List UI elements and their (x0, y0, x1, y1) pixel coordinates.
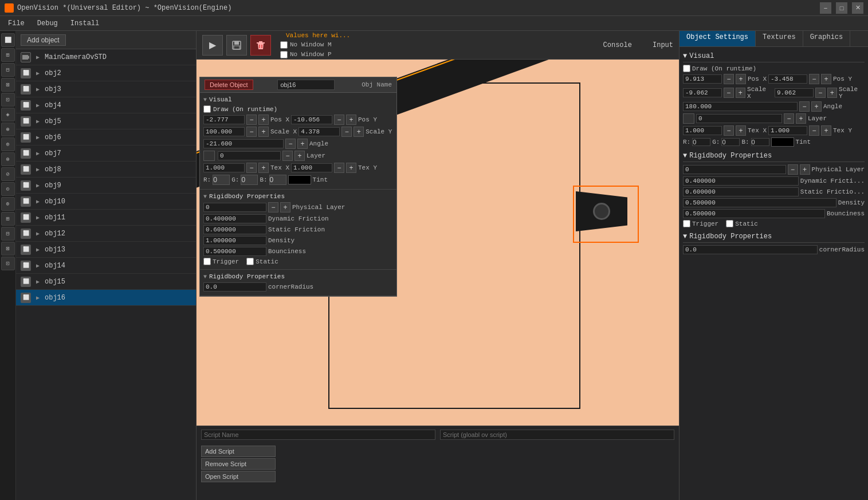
stat-friction-input[interactable] (203, 225, 266, 234)
r-scale-y-input[interactable] (775, 88, 814, 97)
phys-layer-minus[interactable]: − (268, 202, 278, 212)
phys-layer-input[interactable] (203, 203, 266, 212)
r-scale-y-plus[interactable]: + (827, 88, 838, 98)
object-item-main-camera[interactable]: ▶ MainCameraOvSTD (16, 49, 196, 65)
add-script-button[interactable]: Add Script (201, 446, 276, 457)
r-layer-input[interactable] (696, 114, 782, 123)
icon-strip-item-6[interactable]: ◈ (1, 108, 15, 121)
icon-strip-item-1[interactable]: ⬜ (1, 33, 15, 47)
rigidbody-section-title[interactable]: ▼ Rigidbody Properties (203, 192, 393, 202)
script-name-input[interactable] (201, 430, 435, 440)
object-item-obj9[interactable]: ⬜ ▶ obj9 (16, 178, 196, 194)
object-item-obj6[interactable]: ⬜ ▶ obj6 (16, 129, 196, 145)
object-item-obj14[interactable]: ⬜ ▶ obj14 (16, 258, 196, 274)
scale-x-minus[interactable]: − (246, 127, 257, 137)
object-item-obj4[interactable]: ⬜ ▶ obj4 (16, 97, 196, 113)
visual-section-title[interactable]: ▼ Visual (203, 95, 393, 105)
trigger-checkbox[interactable] (203, 258, 211, 265)
object-item-obj10[interactable]: ⬜ ▶ obj10 (16, 194, 196, 210)
tex-x-minus[interactable]: − (246, 163, 257, 173)
angle-minus[interactable]: − (285, 139, 296, 149)
r-pos-x-input[interactable] (683, 74, 722, 84)
object-item-obj7[interactable]: ⬜ ▶ obj7 (16, 145, 196, 162)
tab-object-settings[interactable]: Object Settings (680, 31, 756, 46)
no-window-m-checkbox[interactable] (280, 41, 288, 49)
icon-strip-item-14[interactable]: ⊟ (1, 227, 15, 241)
r-tex-y-input[interactable] (768, 126, 807, 135)
icon-strip-item-5[interactable]: ⊡ (1, 93, 15, 107)
scale-y-input[interactable] (299, 127, 340, 136)
object-item-obj13[interactable]: ⬜ ▶ obj13 (16, 242, 196, 258)
object-item-obj11[interactable]: ⬜ ▶ obj11 (16, 210, 196, 226)
static-checkbox[interactable] (246, 258, 254, 265)
layer-plus[interactable]: + (294, 151, 305, 161)
icon-strip-item-9[interactable]: ⊗ (1, 152, 15, 166)
scale-y-minus[interactable]: − (341, 127, 352, 137)
r-corner-radius-input[interactable] (683, 245, 818, 254)
density-input[interactable] (203, 236, 266, 245)
corner-radius-input[interactable] (203, 282, 266, 292)
r-scale-x-minus[interactable]: − (724, 88, 734, 98)
r-static-checkbox[interactable] (726, 220, 733, 227)
icon-strip-item-4[interactable]: ⊠ (1, 78, 15, 92)
r-color-swatch[interactable] (771, 137, 794, 147)
icon-strip-item-16[interactable]: ⊡ (1, 257, 15, 270)
r-tex-x-plus[interactable]: + (736, 125, 746, 136)
object-item-obj12[interactable]: ⬜ ▶ obj12 (16, 226, 196, 242)
draw-runtime-checkbox[interactable] (203, 105, 211, 113)
rigidbody2-section-title[interactable]: ▼ Rigidbody Properties (203, 272, 393, 282)
r-tex-y-plus[interactable]: + (821, 125, 831, 136)
bounciness-input[interactable] (203, 247, 266, 256)
r-angle-input[interactable] (683, 102, 798, 111)
layer-input[interactable] (218, 151, 281, 160)
r-stat-friction-input[interactable] (683, 187, 799, 196)
tab-graphics[interactable]: Graphics (803, 31, 851, 46)
r-tex-y-minus[interactable]: − (809, 125, 819, 136)
play-button[interactable]: ▶ (202, 35, 223, 56)
pos-x-input[interactable] (203, 115, 245, 124)
r-trigger-checkbox[interactable] (683, 220, 690, 227)
scale-x-input[interactable] (203, 127, 245, 136)
icon-strip-item-8[interactable]: ⊕ (1, 137, 15, 151)
save-button[interactable] (226, 35, 247, 56)
r-rigidbody2-title[interactable]: ▼ Rigidbody Properties (683, 231, 865, 243)
r-scale-x-plus[interactable]: + (736, 88, 746, 98)
pos-y-input[interactable] (291, 115, 332, 124)
scale-y-plus[interactable]: + (354, 127, 364, 137)
object-item-obj3[interactable]: ⬜ ▶ obj3 (16, 81, 196, 97)
icon-strip-item-3[interactable]: ⊟ (1, 63, 15, 77)
pos-y-plus[interactable]: + (346, 115, 356, 125)
layer-minus[interactable]: − (282, 151, 293, 161)
tex-x-input[interactable] (203, 163, 245, 172)
r-phys-layer-plus[interactable]: + (800, 164, 810, 175)
r-density-input[interactable] (683, 198, 836, 207)
tex-y-input[interactable] (291, 163, 332, 172)
r-scale-y-minus[interactable]: − (815, 88, 826, 98)
r-pos-y-input[interactable] (768, 74, 807, 84)
scale-x-plus[interactable]: + (258, 127, 269, 137)
angle-plus[interactable]: + (297, 139, 308, 149)
pos-x-plus[interactable]: + (258, 115, 269, 125)
color-swatch[interactable] (288, 175, 311, 184)
remove-script-button[interactable]: Remove Script (201, 458, 276, 470)
icon-strip-item-12[interactable]: ⊚ (1, 197, 15, 211)
no-window-p-checkbox[interactable] (280, 51, 288, 58)
pos-y-minus[interactable]: − (334, 115, 344, 125)
icon-strip-item-15[interactable]: ⊠ (1, 242, 15, 255)
maximize-button[interactable]: □ (836, 2, 847, 14)
r-pos-y-plus[interactable]: + (821, 74, 831, 84)
icon-strip-item-11[interactable]: ⊙ (1, 182, 15, 196)
r-angle-minus[interactable]: − (799, 101, 810, 112)
object-item-obj2[interactable]: ⬜ ▶ obj2 (16, 65, 196, 81)
angle-input[interactable] (203, 139, 284, 148)
add-object-button[interactable]: Add object (21, 34, 66, 46)
r-input[interactable] (213, 175, 230, 185)
delete-button[interactable] (250, 35, 271, 56)
b-input[interactable] (269, 175, 286, 185)
script-global-input[interactable] (440, 430, 674, 440)
r-tex-x-input[interactable] (683, 126, 722, 135)
close-button[interactable]: ✕ (852, 2, 863, 14)
r-phys-layer-input[interactable] (683, 165, 786, 174)
g-input[interactable] (241, 175, 258, 185)
object-item-obj16[interactable]: ⬜ ▶ obj16 (16, 290, 196, 306)
